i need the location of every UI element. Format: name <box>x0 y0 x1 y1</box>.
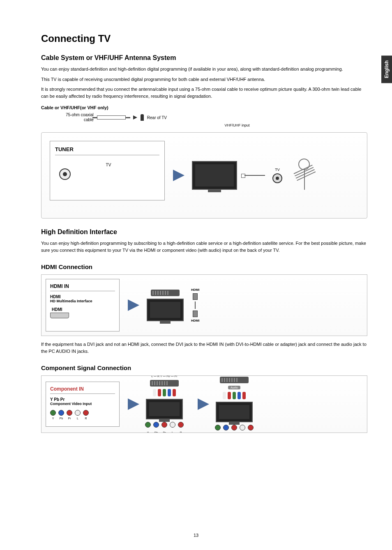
component-panel-sub2: Component Video Input <box>50 402 115 406</box>
hdmi-cable-line-icon <box>195 301 196 309</box>
rca-label: Pb <box>153 431 159 433</box>
hdmi-note: If the equipment has a DVI jack and not … <box>41 341 367 354</box>
rca-label: R <box>83 417 89 420</box>
hdi-p1: You can enjoy high-definition programmin… <box>41 240 367 253</box>
hdmi-plug-icon <box>193 293 198 300</box>
big-arrow-icon <box>198 398 209 410</box>
wall-plate: TV <box>272 168 282 183</box>
rca-label: Pr <box>67 417 72 420</box>
hdmi-cable-top-label: HDMI <box>191 288 199 292</box>
big-arrow-icon <box>128 398 139 410</box>
rca-label: Y <box>145 431 151 433</box>
component-panel-sub1: Y Pb Pr <box>50 397 115 402</box>
rca-pb-icon <box>223 425 229 430</box>
signal-top-labels: L — R Y — Pb — Pr <box>151 375 177 377</box>
language-tab: English <box>381 55 392 83</box>
rca-pr-icon <box>161 422 167 428</box>
hdmi-panel-sub2: HD Multimedia Interface <box>50 299 115 303</box>
rca-pr-icon <box>231 425 237 430</box>
cable-p1: You can enjoy standard-definition and hi… <box>41 66 367 73</box>
big-arrow-icon <box>173 170 184 181</box>
hdmi-cable-bottom-label: HDMI <box>191 319 199 322</box>
rca-r-icon <box>83 410 89 416</box>
rca-r-icon <box>248 425 254 430</box>
plug-icon <box>141 114 144 121</box>
cable-p2: This TV is capable of receiving unscramb… <box>41 76 367 83</box>
section-hdi-heading: High Definition Interface <box>41 228 367 236</box>
rca-port-row <box>50 410 115 416</box>
tuner-diagram: TUNER TV TV <box>41 132 367 219</box>
coax-diagram: Cable or VHF/UHF(or VHF only) 75-ohm coa… <box>41 105 367 127</box>
rca-plug-icon <box>238 392 241 399</box>
rca-label: Pr <box>161 431 167 433</box>
tv-rear-icon <box>192 161 237 190</box>
coax-cable-icon <box>97 115 126 120</box>
hdmi-panel-header: HDMI IN <box>50 283 115 291</box>
rca-label: Y <box>50 417 56 420</box>
rca-label: L <box>170 431 175 433</box>
rca-r-icon <box>178 422 184 428</box>
rca-plug-icon <box>228 392 231 399</box>
tv-rear-icon <box>216 402 253 422</box>
wall-cable-icon <box>244 175 265 176</box>
big-arrow-icon <box>128 299 139 311</box>
rca-label: R <box>178 431 184 433</box>
settop-box-icon <box>150 380 179 387</box>
rca-label: Pb <box>58 417 64 420</box>
section-cable-heading: Cable System or VHF/UHF Antenna System <box>41 54 367 62</box>
tuner-tv-label: TV <box>58 163 159 167</box>
audio-tag: Audio <box>228 386 240 389</box>
component-diagram: Component IN Y Pb Pr Component Video Inp… <box>41 375 367 433</box>
hdmi-port-icon <box>50 313 69 318</box>
coax-sub-label: VHF/UHF input <box>107 123 367 127</box>
cable-p3: It is strongly recommended that you conn… <box>41 86 367 99</box>
hdmi-port-label: HDMI <box>52 307 115 312</box>
rca-l-icon <box>170 422 175 428</box>
tuner-coax-port-icon <box>59 168 71 180</box>
section-hdmi-heading: HDMI Connection <box>41 263 367 270</box>
hdmi-cable-group: HDMI HDMI <box>191 288 199 322</box>
hdmi-plug-icon <box>193 311 198 317</box>
rca-y-icon <box>145 422 151 428</box>
page-number: 13 <box>0 533 392 538</box>
arrow-right-icon <box>133 115 137 120</box>
rca-label-row: Y Pb Pr L R <box>50 417 115 420</box>
hdmi-panel: HDMI IN HDMI HD Multimedia Interface HDM… <box>46 279 120 331</box>
coax-cable-label: 75-ohm coaxial cable <box>66 113 94 122</box>
rca-pb-icon <box>58 410 64 416</box>
rca-plug-icon <box>168 389 171 396</box>
page-title: Connecting TV <box>41 33 367 44</box>
component-variant-2: L — R Y — Pb — Pr Audio Y Pb <box>215 375 254 433</box>
rca-pb-icon <box>153 422 159 428</box>
antenna-icon <box>290 161 318 190</box>
wall-plate-label: TV <box>272 168 282 172</box>
coax-rear-label: Rear of TV <box>147 115 167 120</box>
rca-l-icon <box>240 425 245 430</box>
rca-plug-icon <box>173 389 176 396</box>
rca-plug-icon <box>163 389 166 396</box>
rca-plug-icon <box>223 392 226 399</box>
rca-plug-icon <box>233 392 236 399</box>
component-panel: Component IN Y Pb Pr Component Video Inp… <box>46 382 120 427</box>
tuner-panel: TUNER TV <box>50 141 165 200</box>
tv-rear-icon <box>146 399 183 419</box>
section-component-heading: Component Signal Connection <box>41 364 367 371</box>
component-variant-1: L — R Y — Pb — Pr Y Pb Pr <box>145 375 184 433</box>
rca-plug-icon <box>153 389 156 396</box>
rca-l-icon <box>75 410 81 416</box>
rca-y-icon <box>215 425 221 430</box>
wall-plate-port-icon <box>272 173 282 183</box>
rca-plug-icon <box>158 389 161 396</box>
rca-plug-icon <box>242 392 246 399</box>
hdmi-diagram: HDMI IN HDMI HD Multimedia Interface HDM… <box>41 274 367 336</box>
hdmi-panel-sub1: HDMI <box>50 295 115 299</box>
tv-rear-icon <box>147 299 184 321</box>
rca-pr-icon <box>67 410 72 416</box>
coax-diagram-title: Cable or VHF/UHF(or VHF only) <box>41 105 367 110</box>
rca-y-icon <box>50 410 56 416</box>
rca-label: L <box>75 417 81 420</box>
tuner-header: TUNER <box>55 146 159 155</box>
settop-box-icon <box>220 377 249 383</box>
settop-box-icon <box>151 290 180 296</box>
component-panel-header: Component IN <box>50 386 115 394</box>
